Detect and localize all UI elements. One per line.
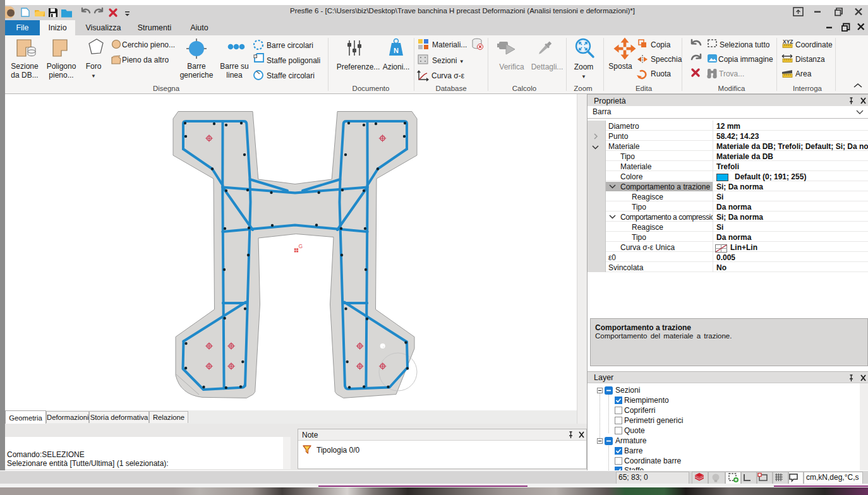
svg-text:G: G: [299, 243, 303, 249]
svg-text:XYZ: XYZ: [783, 39, 793, 45]
svg-text:N: N: [394, 47, 399, 54]
